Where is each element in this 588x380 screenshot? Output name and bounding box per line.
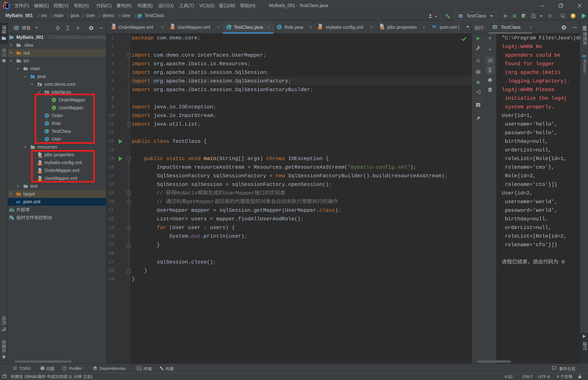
svg-text:IJ: IJ: [5, 4, 6, 6]
